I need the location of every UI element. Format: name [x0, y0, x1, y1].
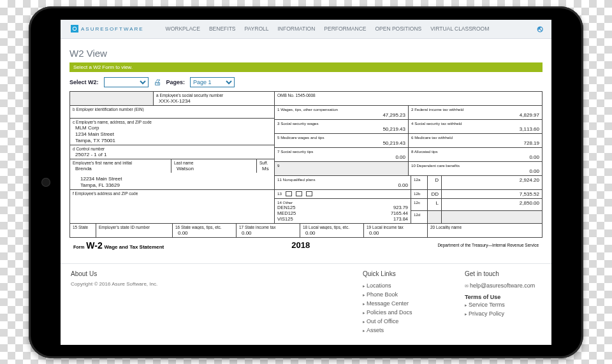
box1-value: 47,295.23 — [277, 112, 405, 118]
box-a-label: a Employee's social security number — [156, 93, 272, 98]
nav-performance[interactable]: PERFORMANCE — [324, 25, 366, 32]
emp-addr-label: f Employee's address and ZIP code — [73, 191, 272, 196]
box16-value: 0.00 — [175, 229, 233, 236]
box20-label: 20 Locality name — [430, 225, 539, 229]
box11-label: 11 Nonqualified plans — [277, 177, 408, 182]
quick-link-locations[interactable]: Locations — [363, 281, 439, 290]
box14-0-code: DEN125 — [277, 205, 295, 210]
top-navbar: ASURESOFTWARE WORKPLACE BENEFITS PAYROLL… — [61, 20, 551, 39]
pages-label: Pages: — [166, 79, 186, 85]
box-a-value: XXX-XX-1234 — [156, 98, 272, 104]
quick-link-message-center[interactable]: Message Center — [363, 299, 439, 308]
box10-label: 10 Dependent care benefits — [411, 163, 539, 168]
box12a-code: D — [428, 176, 442, 189]
terms-privacy[interactable]: Privacy Policy — [465, 309, 541, 318]
select-w2-dropdown[interactable] — [104, 77, 149, 87]
tablet-home-button[interactable] — [41, 178, 50, 187]
box13-check3 — [306, 191, 312, 196]
box19-value: 0.00 — [367, 229, 425, 236]
box12c-code: L — [428, 199, 442, 211]
box6-label: 6 Medicare tax withheld — [411, 135, 539, 140]
nav-benefits[interactable]: BENEFITS — [209, 25, 236, 32]
footer-about: About Us Copyright © 2016 Asure Software… — [71, 270, 337, 335]
nav-payroll[interactable]: PAYROLL — [245, 25, 269, 32]
box11-value: 0.00 — [277, 182, 408, 188]
nav-virtual-classroom[interactable]: VIRTUAL CLASSROOM — [430, 25, 489, 32]
box12b-label: 12b — [414, 191, 425, 196]
footer-quick-links: Quick Links Locations Phone Book Message… — [363, 270, 439, 335]
box16-label: 16 State wages, tips, etc. — [175, 225, 233, 229]
box12d-label: 12d — [414, 212, 425, 217]
box19-label: 19 Local income tax — [367, 225, 425, 229]
box13-label: 13 — [277, 191, 282, 197]
form-name: W-2 — [86, 240, 102, 251]
box13-check1 — [286, 191, 292, 196]
app-screen: ASURESOFTWARE WORKPLACE BENEFITS PAYROLL… — [61, 20, 551, 345]
box14-1-code: MED125 — [277, 210, 296, 216]
box-d-value: 25072 - 1 of 1 — [73, 151, 272, 157]
form-year: 2018 — [291, 240, 310, 250]
box8-value: 0.00 — [411, 154, 539, 160]
box9-value — [277, 168, 405, 168]
brand-logo-icon — [71, 25, 78, 33]
omb-number: OMB No. 1545-0008 — [277, 93, 539, 98]
select-w2-label: Select W2: — [69, 79, 99, 85]
box18-label: 18 Local wages, tips, etc. — [303, 225, 361, 229]
nav-information[interactable]: INFORMATION — [277, 25, 315, 32]
box-c-label: c Employer's name, address, and ZIP code — [73, 120, 272, 124]
box18-value: 0.00 — [303, 229, 361, 236]
box12d-value — [442, 211, 542, 223]
brand[interactable]: ASURESOFTWARE — [61, 25, 154, 33]
box4-value: 3,113.60 — [411, 126, 539, 132]
quick-link-phone-book[interactable]: Phone Book — [363, 290, 439, 299]
logout-icon[interactable]: ⎋ — [537, 24, 543, 34]
box7-value: 0.00 — [277, 154, 405, 160]
footer-terms-heading: Terms of Use — [465, 294, 541, 300]
print-icon[interactable]: 🖨 — [154, 78, 161, 87]
footer-contact-heading: Get in touch — [465, 270, 541, 277]
box12b-code: DD — [428, 190, 442, 198]
box7-label: 7 Social security tips — [277, 149, 405, 154]
emp-suffix: Ms — [259, 165, 272, 171]
nav-open-positions[interactable]: OPEN POSITIONS — [375, 25, 421, 32]
instruction-bar: Select a W2 Form to view. — [69, 62, 543, 72]
controls-row: Select W2: 🖨 Pages: Page 1 — [69, 77, 543, 87]
footer-about-heading: About Us — [71, 270, 337, 277]
w2-footer: Form W-2 Wage and Tax Statement 2018 Dep… — [69, 238, 543, 253]
box5-value: 50,219.43 — [277, 140, 405, 146]
box14-label: 14 Other — [277, 200, 408, 205]
box1-label: 1 Wages, tips, other compensation — [277, 107, 405, 112]
emp-last-label: Last name — [174, 161, 254, 165]
box12a-label: 12a — [414, 177, 425, 182]
box12a-value: 2,924.20 — [442, 176, 542, 189]
box14-0-amt: 923.79 — [393, 205, 408, 210]
box3-value: 50,219.43 — [277, 126, 405, 132]
box14-1-amt: 7165.44 — [391, 210, 408, 216]
box17-label: 17 State income tax — [239, 225, 297, 229]
page-body: W2 View Select a W2 Form to view. Select… — [61, 39, 551, 263]
emp-last: Watson — [174, 165, 254, 171]
box12c-value: 2,850.00 — [442, 199, 542, 211]
emp-suffix-label: Suff. — [259, 161, 272, 165]
pages-dropdown[interactable]: Page 1 — [190, 77, 235, 87]
contact-email[interactable]: help@asuresoftware.com — [465, 281, 541, 290]
tablet-frame: ASURESOFTWARE WORKPLACE BENEFITS PAYROLL… — [29, 6, 583, 358]
box8-label: 8 Allocated tips — [411, 149, 539, 154]
footer-copyright: Copyright © 2016 Asure Software, Inc. — [71, 281, 337, 287]
footer-quick-heading: Quick Links — [363, 270, 439, 277]
emp-addr2: Tampa, FL 33629 — [78, 182, 269, 188]
nav-workplace[interactable]: WORKPLACE — [166, 25, 200, 32]
terms-service[interactable]: Service Terms — [465, 300, 541, 309]
quick-link-out-of-office[interactable]: Out of Office — [363, 317, 439, 326]
box12b-value: 7,535.52 — [442, 190, 542, 198]
employer-name: MLM Corp — [73, 124, 272, 131]
quick-link-policies[interactable]: Policies and Docs — [363, 308, 439, 317]
page-title: W2 View — [69, 48, 543, 59]
box3-label: 3 Social security wages — [277, 121, 405, 126]
brand-name: ASURESOFTWARE — [81, 26, 144, 32]
form-desc: Wage and Tax Statement — [104, 244, 164, 250]
quick-link-assets[interactable]: Assets — [363, 326, 439, 335]
box9-label: 9 — [277, 163, 405, 168]
form-label: Form W-2 Wage and Tax Statement — [73, 240, 164, 251]
box-b-label: b Employer identification number (EIN) — [73, 107, 272, 112]
